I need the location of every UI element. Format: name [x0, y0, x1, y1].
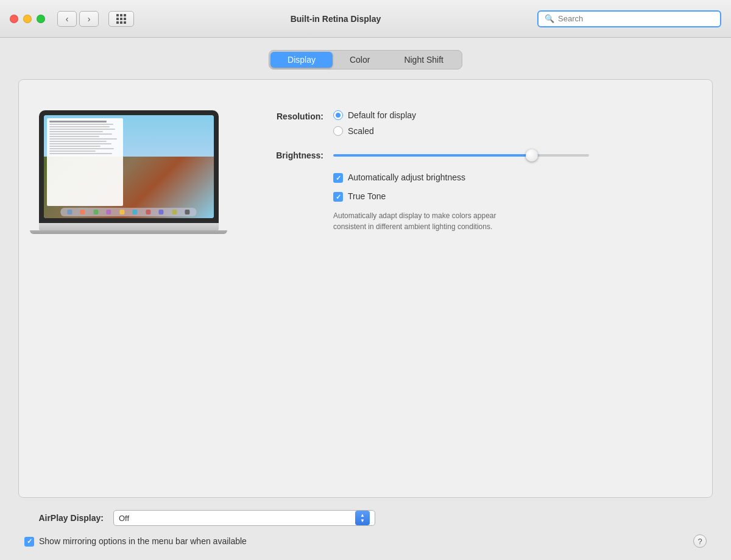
- screen-line: [49, 143, 111, 144]
- chevron-down-icon: ▼: [360, 519, 365, 523]
- search-input[interactable]: [558, 14, 714, 23]
- dock-icon: [80, 210, 85, 214]
- checkmark-icon: ✓: [27, 538, 32, 545]
- traffic-lights: [10, 15, 45, 23]
- screen-line: [49, 133, 112, 135]
- airplay-row: AirPlay Display: Off ▲ ▼: [24, 510, 707, 526]
- resolution-scaled-radio[interactable]: [333, 126, 343, 136]
- window-title: Built-in Retina Display: [141, 14, 530, 24]
- chevron-up-icon: ▲: [360, 513, 365, 518]
- brightness-slider-container: [333, 154, 589, 157]
- auto-brightness-row: ✓ Automatically adjust brightness: [256, 172, 694, 183]
- screen-line: [49, 131, 103, 132]
- tab-nightshift[interactable]: Night Shift: [387, 52, 461, 68]
- radio-inner-dot: [336, 113, 341, 118]
- resolution-label: Resolution:: [256, 110, 323, 121]
- dock-icon: [146, 210, 150, 214]
- forward-button[interactable]: ›: [79, 11, 99, 27]
- brightness-slider-thumb[interactable]: [526, 149, 538, 161]
- screen-line: [49, 151, 96, 152]
- display-panel: Resolution: Default for display Scaled: [18, 79, 713, 498]
- resolution-row: Resolution: Default for display Scaled: [256, 110, 694, 136]
- tab-display[interactable]: Display: [270, 52, 333, 68]
- airplay-select-value: Off: [119, 514, 355, 523]
- dock-icon: [107, 210, 111, 214]
- close-button[interactable]: [10, 15, 18, 23]
- dock-bar: [60, 208, 196, 216]
- maximize-button[interactable]: [37, 15, 45, 23]
- dock-icon: [185, 210, 190, 214]
- auto-brightness-label: Automatically adjust brightness: [348, 172, 465, 182]
- dock-icon: [172, 210, 177, 214]
- true-tone-row: ✓ True Tone: [256, 191, 694, 202]
- search-icon: 🔍: [545, 14, 554, 23]
- laptop-screen-outer: [39, 110, 219, 223]
- nav-buttons: ‹ ›: [57, 11, 99, 27]
- mirroring-checkbox[interactable]: ✓: [24, 537, 34, 547]
- dock-icon: [119, 210, 124, 214]
- airplay-label: AirPlay Display:: [24, 513, 104, 523]
- screen-line: [49, 126, 110, 127]
- dock-icon: [93, 210, 98, 214]
- main-content: Display Color Night Shift: [0, 38, 731, 560]
- laptop-screen-inner: [44, 115, 214, 218]
- screen-line: [49, 153, 112, 154]
- screen-line: [49, 124, 114, 125]
- grid-icon: [116, 14, 126, 24]
- true-tone-description: Automatically adapt display to make colo…: [256, 210, 512, 232]
- help-button[interactable]: ?: [693, 534, 707, 548]
- mirroring-label: Show mirroring options in the menu bar w…: [39, 536, 247, 546]
- display-controls: Resolution: Default for display Scaled: [256, 98, 694, 232]
- laptop: [39, 110, 219, 234]
- mirroring-row: ✓ Show mirroring options in the menu bar…: [24, 534, 707, 548]
- screen-line: [49, 148, 115, 149]
- screen-line: [49, 136, 99, 137]
- grid-button[interactable]: [108, 11, 134, 27]
- brightness-slider-track[interactable]: [333, 154, 589, 157]
- true-tone-label: True Tone: [348, 191, 386, 201]
- screen-text-lines: [49, 121, 121, 154]
- screen-line: [49, 138, 118, 140]
- minimize-button[interactable]: [23, 15, 32, 23]
- screen-line: [49, 141, 107, 142]
- screen-document: [47, 118, 124, 206]
- tabs: Display Color Night Shift: [269, 50, 462, 69]
- checkmark-icon: ✓: [336, 194, 341, 200]
- resolution-default-option[interactable]: Default for display: [333, 110, 416, 120]
- dock-icon: [159, 210, 164, 214]
- laptop-illustration: [37, 98, 220, 234]
- resolution-default-radio[interactable]: [333, 110, 343, 120]
- dock-icon: [133, 210, 138, 214]
- auto-brightness-checkbox[interactable]: ✓: [333, 173, 343, 183]
- airplay-dropdown-arrow[interactable]: ▲ ▼: [355, 511, 370, 525]
- titlebar: ‹ › Built-in Retina Display 🔍: [0, 0, 731, 38]
- search-box[interactable]: 🔍: [537, 10, 721, 27]
- tab-color[interactable]: Color: [333, 52, 387, 68]
- resolution-options: Default for display Scaled: [333, 110, 416, 136]
- brightness-label: Brightness:: [256, 151, 323, 160]
- resolution-default-label: Default for display: [348, 110, 416, 120]
- back-button[interactable]: ‹: [57, 11, 77, 27]
- bottom-section: AirPlay Display: Off ▲ ▼ ✓ Show mirrorin…: [18, 510, 713, 548]
- dock-icon: [67, 210, 72, 214]
- checkmark-icon: ✓: [336, 175, 341, 182]
- laptop-hinge: [30, 230, 228, 234]
- tabs-container: Display Color Night Shift: [18, 50, 713, 69]
- true-tone-checkbox[interactable]: ✓: [333, 192, 343, 202]
- screen-line: [49, 146, 101, 147]
- laptop-base: [39, 223, 219, 230]
- screen-line: [49, 129, 115, 130]
- resolution-scaled-label: Scaled: [348, 126, 374, 136]
- resolution-scaled-option[interactable]: Scaled: [333, 126, 416, 136]
- airplay-select[interactable]: Off ▲ ▼: [113, 510, 375, 526]
- brightness-row: Brightness:: [256, 151, 694, 160]
- screen-line: [49, 121, 107, 122]
